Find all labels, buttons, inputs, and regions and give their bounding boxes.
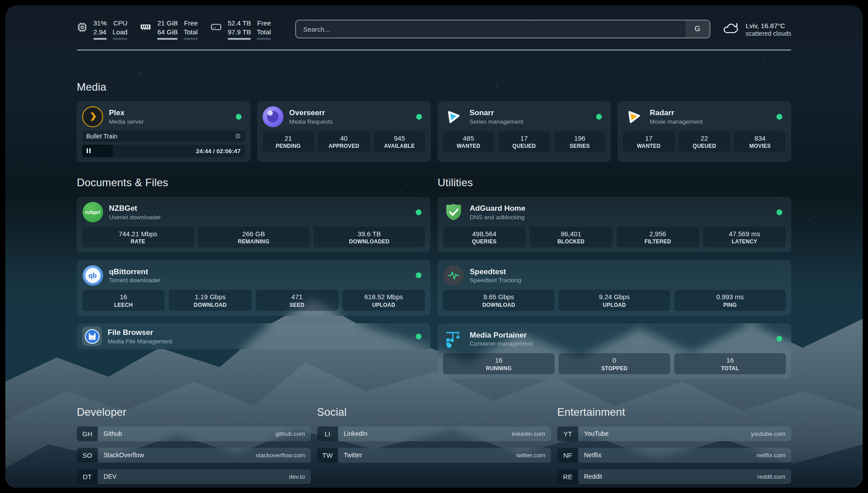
stat-running: 16 RUNNING	[443, 353, 555, 374]
plex-title-block: Plex Media server	[109, 108, 144, 125]
stat-download: 9.65 Gbps DOWNLOAD	[443, 290, 555, 311]
service-subtitle: Torrent downloader	[109, 277, 161, 284]
memory-icon	[140, 22, 151, 32]
service-name: Overseerr	[289, 108, 333, 117]
bookmark-url: github.com	[275, 430, 305, 437]
stat-remaining: 266 GB REMAINING	[198, 227, 309, 248]
service-card-speedtest[interactable]: Speedtest Speedtest Tracking 9.65 Gbps D…	[438, 260, 791, 316]
weather-location-temp: Lviv, 16.87°C	[746, 21, 791, 30]
section-title-documents: Documents & Files	[77, 176, 430, 189]
service-subtitle: Media Requests	[289, 118, 333, 125]
weather-text: Lviv, 16.87°C scattered clouds	[746, 21, 791, 38]
status-dot	[776, 336, 782, 342]
bookmark-group-title: Developer	[77, 406, 311, 418]
screen-frame: 31% 2.94 CPU Load	[0, 0, 868, 493]
middle-columns: Documents & Files nzbget NZBGet Usenet d…	[77, 176, 791, 379]
service-subtitle: Container management	[470, 340, 533, 347]
bookmark-name: Twitter	[344, 451, 362, 459]
disk-icon	[210, 22, 222, 32]
status-dot	[416, 334, 421, 339]
gear-icon[interactable]: ⚙	[235, 133, 241, 139]
stat-download: 1.19 Gbps DOWNLOAD	[169, 290, 251, 311]
search-input[interactable]	[296, 21, 685, 38]
service-subtitle: Series management	[470, 118, 524, 125]
stat-filtered: 2,956 FILTERED	[617, 227, 699, 248]
service-subtitle: Movie management	[650, 118, 703, 125]
bookmark-github[interactable]: GH Github github.com	[77, 426, 311, 441]
stat-series: 196 SERIES	[554, 131, 606, 152]
search-provider-button[interactable]: G	[685, 21, 709, 38]
service-card-overseerr[interactable]: Overseerr Media Requests 21 PENDING 40 A…	[257, 101, 431, 162]
bookmark-twitter[interactable]: TW Twitter twitter.com	[317, 448, 551, 463]
resource-disk: 52.4 TB 97.9 TB Free Total	[210, 19, 271, 40]
stat-queued: 22 QUEUED	[679, 131, 730, 152]
overseerr-icon	[263, 106, 284, 127]
bookmark-name: LinkedIn	[344, 430, 367, 437]
resource-memory: 21 GiB 64 GiB Free Total	[140, 19, 198, 40]
disk-total: 97.9 TB	[228, 28, 251, 37]
memory-total: 64 GiB	[157, 28, 178, 37]
bookmark-dev[interactable]: DT DEV dev.to	[77, 469, 311, 484]
bookmark-abbr: TW	[317, 448, 338, 463]
content: 31% 2.94 CPU Load	[5, 5, 863, 488]
service-subtitle: DNS and adblocking	[470, 214, 526, 221]
bookmark-name: StackOverflow	[104, 451, 144, 459]
now-playing-progressbar[interactable]: 24:44 / 02:06:47	[82, 145, 245, 157]
nzbget-stats: 744.21 Mbps RATE 266 GB REMAINING 39.6 T…	[82, 227, 425, 248]
plex-header: Plex Media server	[82, 106, 245, 127]
bookmark-reddit[interactable]: RE Reddit reddit.com	[557, 469, 791, 484]
radarr-header: Radarr Movie management	[623, 106, 786, 127]
stat-movies: 834 MOVIES	[734, 131, 786, 152]
sonarr-stats: 485 WANTED 17 QUEUED 196 SERIES	[443, 131, 606, 152]
disk-labels: Free Total	[257, 19, 271, 40]
status-dot	[776, 209, 782, 215]
portainer-stats: 16 RUNNING 0 STOPPED 16 TOTAL	[443, 353, 786, 374]
pause-icon	[87, 148, 88, 153]
service-card-qbittorrent[interactable]: qb qBittorrent Torrent downloader 16	[77, 260, 430, 316]
service-card-radarr[interactable]: Radarr Movie management 17 WANTED 22 QUE…	[618, 101, 791, 162]
stat-upload: 618.52 Mbps UPLOAD	[342, 290, 425, 311]
bookmark-name: DEV	[104, 473, 117, 480]
stat-downloaded: 39.6 TB DOWNLOADED	[313, 227, 425, 248]
bookmark-stackoverflow[interactable]: SO StackOverflow stackoverflow.com	[77, 448, 311, 463]
section-documents: Documents & Files nzbget NZBGet Usenet d…	[77, 176, 430, 379]
stat-queries: 498,564 QUERIES	[443, 227, 526, 248]
status-dot	[236, 114, 242, 120]
status-dot	[416, 209, 421, 215]
now-playing-row: Bullet Train ⚙	[82, 130, 245, 142]
section-media: Media Plex Media server Bullet	[77, 81, 791, 162]
memory-values: 21 GiB 64 GiB	[157, 19, 178, 40]
bookmark-abbr: DT	[77, 469, 98, 484]
bookmark-abbr: YT	[557, 426, 578, 441]
stat-stopped: 0 STOPPED	[559, 353, 670, 374]
cloud-icon	[722, 21, 740, 37]
bookmark-youtube[interactable]: YT YouTube youtube.com	[557, 426, 791, 441]
service-card-plex[interactable]: Plex Media server Bullet Train ⚙	[77, 101, 250, 162]
service-card-adguard[interactable]: AdGuard Home DNS and adblocking 498,564 …	[438, 197, 791, 253]
service-card-filebrowser[interactable]: File Browser Media File Management	[77, 323, 430, 349]
adguard-stats: 498,564 QUERIES 86,401 BLOCKED 2,956 FIL…	[443, 227, 786, 248]
weather-widget[interactable]: Lviv, 16.87°C scattered clouds	[722, 21, 791, 37]
bookmark-abbr: NF	[557, 448, 578, 463]
now-playing-time: 24:44 / 02:06:47	[196, 147, 241, 154]
cpu-values: 31% 2.94	[93, 19, 107, 40]
status-dot	[416, 114, 422, 120]
stat-blocked: 86,401 BLOCKED	[530, 227, 612, 248]
portainer-icon	[443, 328, 464, 349]
bookmark-url: stackoverflow.com	[256, 452, 305, 459]
bookmark-linkedin[interactable]: LI LinkedIn linkedin.com	[317, 426, 551, 441]
memory-meter	[157, 38, 178, 40]
section-utilities: Utilities	[438, 176, 791, 379]
bookmark-netflix[interactable]: NF Netflix netflix.com	[557, 448, 791, 463]
bookmark-url: netflix.com	[756, 452, 785, 459]
service-card-sonarr[interactable]: Sonarr Series management 485 WANTED 17 Q…	[438, 101, 611, 162]
service-card-nzbget[interactable]: nzbget NZBGet Usenet downloader 744.21 M…	[77, 197, 430, 253]
stat-ping: 0.993 ms PING	[674, 290, 786, 311]
bookmark-url: youtube.com	[751, 430, 785, 437]
stat-leech: 16 LEECH	[82, 290, 165, 311]
stat-rate: 744.21 Mbps RATE	[82, 227, 194, 248]
service-card-portainer[interactable]: Media Portainer Container management 16 …	[438, 323, 791, 379]
disk-free: 52.4 TB	[228, 19, 251, 28]
service-name: NZBGet	[109, 204, 161, 213]
bookmark-url: twitter.com	[516, 452, 545, 459]
